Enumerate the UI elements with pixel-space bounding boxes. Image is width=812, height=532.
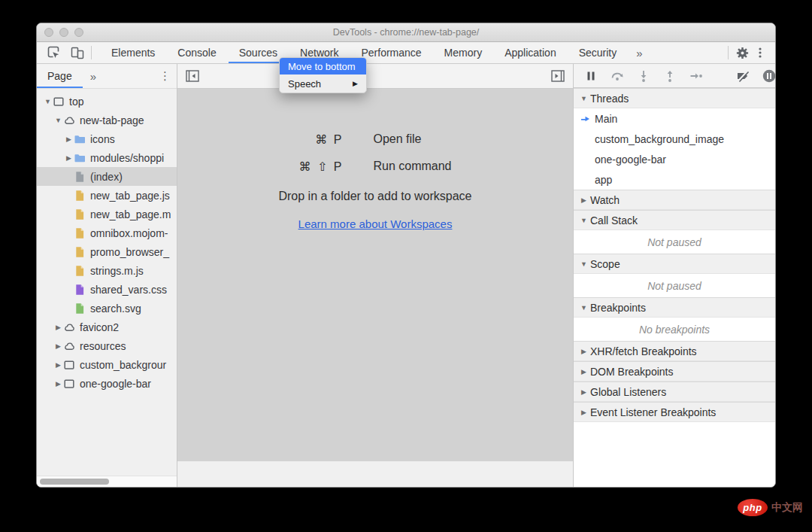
tree-item[interactable]: new_tab_page.js <box>37 186 177 205</box>
section-call-stack[interactable]: ▼Call Stack <box>574 210 775 230</box>
deactivate-breakpoints-icon[interactable] <box>735 68 750 84</box>
section-label: Global Listeners <box>590 386 666 398</box>
tree-item-label: promo_browser_ <box>90 246 169 258</box>
tab-security[interactable]: Security <box>568 42 628 63</box>
tree-item[interactable]: ▶custom_backgrour <box>37 355 177 374</box>
inspect-element-icon[interactable] <box>44 44 62 62</box>
tree-item[interactable]: (index) <box>37 167 177 186</box>
chevron-right-icon[interactable]: ▶ <box>64 135 74 143</box>
more-panels-icon[interactable]: » <box>629 42 650 63</box>
step-over-icon[interactable] <box>610 68 625 84</box>
more-tabs-icon[interactable]: » <box>83 70 104 83</box>
tree-item[interactable]: strings.m.js <box>37 261 177 280</box>
section-placeholder: Not paused <box>574 230 775 254</box>
drop-folder-hint: Drop in a folder to add to workspace <box>278 190 471 203</box>
debugger-toolbar <box>574 64 775 88</box>
shortcut-action: Open file <box>373 132 421 147</box>
step-into-icon[interactable] <box>636 68 651 84</box>
section-placeholder: Not paused <box>574 274 775 297</box>
tree-item-label: new_tab_page.js <box>90 190 170 202</box>
device-toolbar-icon[interactable] <box>68 44 86 62</box>
section-threads[interactable]: ▼Threads <box>574 88 775 108</box>
section-scope[interactable]: ▼Scope <box>574 254 775 274</box>
zoom-button[interactable] <box>74 28 83 37</box>
hide-navigator-icon[interactable] <box>183 67 201 85</box>
section-dom-breakpoints[interactable]: ▶DOM Breakpoints <box>574 361 775 382</box>
chevron-down-icon: ▼ <box>579 304 589 312</box>
tree-item[interactable]: ▶icons <box>37 129 177 148</box>
tab-console[interactable]: Console <box>167 42 226 63</box>
workspaces-link[interactable]: Learn more about Workspaces <box>298 217 453 230</box>
chevron-right-icon: ▶ <box>579 196 589 204</box>
chevron-right-icon: ▶ <box>579 388 589 396</box>
section-breakpoints[interactable]: ▼Breakpoints <box>574 297 775 318</box>
chevron-right-icon[interactable]: ▶ <box>53 361 63 369</box>
horizontal-scrollbar[interactable] <box>37 476 177 487</box>
devtools-menu-icon[interactable] <box>751 44 769 62</box>
show-debugger-icon[interactable] <box>549 67 567 85</box>
file-icon <box>74 284 86 296</box>
menu-item-label: Speech <box>288 78 321 90</box>
tree-item-label: icons <box>90 133 115 145</box>
tree-item-label: shared_vars.css <box>90 284 167 296</box>
thread-row[interactable]: one-google-bar <box>574 149 775 169</box>
minimize-button[interactable] <box>59 28 68 37</box>
tab-application[interactable]: Application <box>494 42 567 63</box>
tree-item[interactable]: ▼top <box>37 92 177 111</box>
thread-row[interactable]: Main <box>574 108 775 129</box>
pause-icon[interactable] <box>583 68 598 84</box>
tab-elements[interactable]: Elements <box>101 42 165 63</box>
tree-item[interactable]: ▶resources <box>37 336 177 355</box>
folder-icon <box>74 133 86 145</box>
tree-item[interactable]: omnibox.mojom- <box>37 223 177 242</box>
close-button[interactable] <box>44 28 53 37</box>
shortcut-hints: ⌘ POpen file⌘ ⇧ PRun command <box>298 132 451 174</box>
chevron-down-icon[interactable]: ▼ <box>53 117 63 124</box>
editor-placeholder: ⌘ POpen file⌘ ⇧ PRun command Drop in a f… <box>177 89 573 461</box>
menu-item-label: Move to bottom <box>288 61 356 72</box>
debugger-sidebar: ▼ThreadsMaincustom_background_imageone-g… <box>573 64 775 487</box>
navigator-menu-icon[interactable]: ⋮ <box>159 69 171 83</box>
section-watch[interactable]: ▶Watch <box>574 190 775 210</box>
current-thread-icon <box>580 114 592 124</box>
chevron-right-icon[interactable]: ▶ <box>53 380 63 388</box>
context-menu: Move to bottomSpeech▶ <box>279 57 367 93</box>
thread-row[interactable]: custom_background_image <box>574 129 775 149</box>
chevron-right-icon: ▶ <box>579 409 589 416</box>
pause-on-exceptions-icon[interactable] <box>762 68 776 84</box>
tree-item[interactable]: search.svg <box>37 299 177 318</box>
tree-item-label: search.svg <box>90 302 141 315</box>
debugger-sections: ▼ThreadsMaincustom_background_imageone-g… <box>574 88 775 422</box>
chevron-right-icon[interactable]: ▶ <box>53 342 63 350</box>
editor-pane: ⌘ POpen file⌘ ⇧ PRun command Drop in a f… <box>177 64 573 487</box>
step-icon[interactable] <box>689 68 704 84</box>
cloud-icon <box>63 340 75 352</box>
section-placeholder: No breakpoints <box>574 318 775 341</box>
tree-item[interactable]: ▶modules/shoppi <box>37 148 177 167</box>
tab-page[interactable]: Page <box>37 64 83 88</box>
file-icon <box>74 171 86 183</box>
chevron-right-icon[interactable]: ▶ <box>53 324 63 331</box>
chevron-right-icon[interactable]: ▶ <box>64 154 74 162</box>
tab-memory[interactable]: Memory <box>434 42 493 63</box>
section-global-listeners[interactable]: ▶Global Listeners <box>574 382 775 402</box>
frame-icon <box>53 96 65 108</box>
section-event-listener-breakpoints[interactable]: ▶Event Listener Breakpoints <box>574 402 775 422</box>
tree-item[interactable]: shared_vars.css <box>37 280 177 299</box>
step-out-icon[interactable] <box>662 68 677 84</box>
tree-item[interactable]: promo_browser_ <box>37 242 177 261</box>
tree-item-label: strings.m.js <box>90 265 144 277</box>
section-xhr-fetch-breakpoints[interactable]: ▶XHR/fetch Breakpoints <box>574 341 775 361</box>
tree-item[interactable]: ▼new-tab-page <box>37 111 177 129</box>
scrollbar-thumb[interactable] <box>40 479 109 485</box>
settings-gear-icon[interactable] <box>733 44 751 62</box>
thread-label: one-google-bar <box>595 154 666 166</box>
tree-item[interactable]: ▶one-google-bar <box>37 374 177 393</box>
tree-item[interactable]: ▶favicon2 <box>37 318 177 336</box>
menu-item-move-to-bottom[interactable]: Move to bottom <box>280 58 366 74</box>
chevron-down-icon[interactable]: ▼ <box>43 98 53 105</box>
thread-row[interactable]: app <box>574 169 775 190</box>
menu-item-speech[interactable]: Speech▶ <box>280 74 366 93</box>
tree-item[interactable]: new_tab_page.m <box>37 205 177 223</box>
tree-item-label: new_tab_page.m <box>90 208 171 220</box>
